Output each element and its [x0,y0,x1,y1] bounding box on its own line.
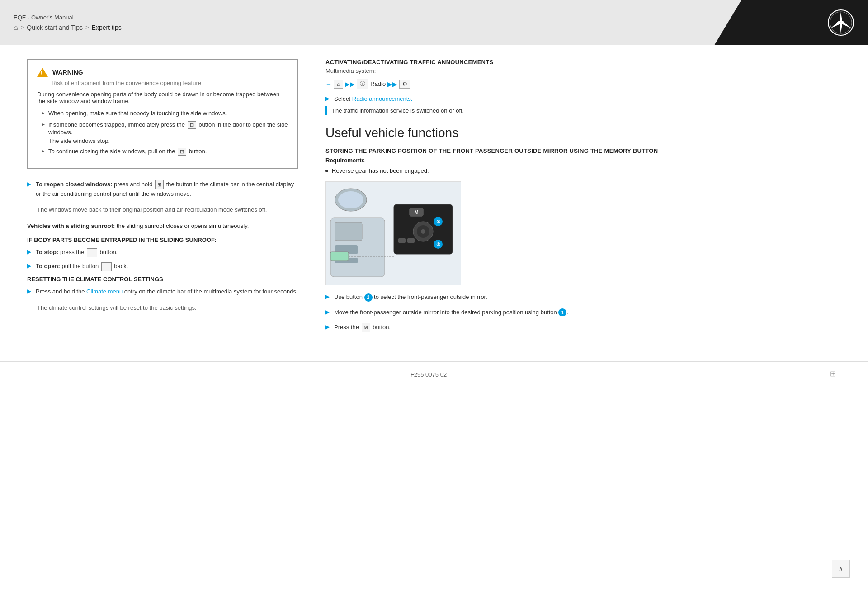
requirement-1: Reverse gear has not been engaged. [326,167,841,174]
nav-arrow-3-icon: ▶▶ [387,80,397,88]
open-button-icon: ≡≡ [101,262,112,272]
action-3: ▶ Press the M button. [326,323,841,332]
stop-arrow-icon: ▶ [27,249,31,255]
warning-header: WARNING [37,68,288,77]
action-2: ▶ Move the front-passenger outside mirro… [326,308,841,317]
traffic-section: ACTIVATING/DEACTIVATING TRAFFIC ANNOUNCE… [326,59,841,115]
svg-point-17 [421,229,425,234]
svg-text:⊞: ⊞ [830,370,836,378]
button-1-badge: 1 [558,308,566,316]
climate-section: ▶ Press and hold the Climate menu entry … [27,287,298,296]
svg-rect-26 [330,252,349,261]
svg-rect-19 [407,238,415,243]
action-1-text: Use button 2 to select the front-passeng… [334,293,487,302]
footer-code: F295 0075 02 [410,371,447,378]
mirror-diagram: M ① ② [326,181,461,285]
svg-text:②: ② [436,242,440,247]
open-item: ▶ To open: pull the button ≡≡ back. [27,262,298,271]
svg-marker-6 [831,21,841,28]
warning-item-2: If someone becomes trapped, immediately … [37,121,288,136]
footer-icon: ⊞ [830,369,841,380]
radio-announcements-link[interactable]: Radio announcements. [352,95,413,102]
stop-text: To stop: press the ≡≡ button. [36,248,118,257]
breadcrumb-link1[interactable]: Quick start and Tips [27,24,83,31]
parking-section-title: STORING THE PARKING POSITION OF THE FRON… [326,147,841,154]
action-1: ▶ Use button 2 to select the front-passe… [326,293,841,302]
window-button-icon-1: ⊡ [188,121,196,129]
traffic-note-item: The traffic information service is switc… [326,106,841,115]
breadcrumb-sep1: > [21,24,24,31]
warning-item-1: When opening, make sure that nobody is t… [37,110,288,117]
header-left: EQE - Owner's Manual ⌂ > Quick start and… [0,9,135,37]
warning-list-2: To continue closing the side windows, pu… [37,148,288,156]
select-arrow-icon: ▶ [326,95,330,102]
useful-functions-title: Useful vehicle functions [326,126,841,140]
home-icon[interactable]: ⌂ [14,24,18,32]
window-button-icon-2: ⊡ [178,148,186,156]
footer-logo-icon: ⊞ [830,369,841,378]
mirror-diagram-svg: M ① ② [326,182,461,285]
climate-arrow-icon: ▶ [27,288,31,294]
left-column: WARNING Risk of entrapment from the conv… [27,59,298,339]
warning-subtitle: Risk of entrapment from the convenience … [37,80,288,86]
action-items: ▶ Use button 2 to select the front-passe… [326,293,841,332]
stop-button-icon: ≡≡ [87,248,97,258]
sunroof-section: Vehicles with a sliding sunroof: the sli… [27,222,298,231]
svg-point-25 [338,191,363,208]
useful-functions-section: Useful vehicle functions STORING THE PAR… [326,126,841,332]
entrapped-heading: IF BODY PARTS BECOME ENTRAPPED IN THE SL… [27,236,298,243]
select-item: ▶ Select Radio announcements. [326,94,841,104]
blue-bar-indicator [326,106,327,115]
settings-icon: ⚙ [399,80,410,89]
traffic-note-text: The traffic information service is switc… [332,106,464,115]
radio-text: Radio [370,80,386,87]
reopen-section: ▶ To reopen closed windows: press and ho… [27,180,298,198]
button-2-badge: 2 [364,293,373,302]
action-1-arrow-icon: ▶ [326,293,330,300]
mercedes-logo [827,9,854,36]
warning-body: During convenience opening parts of the … [37,91,288,104]
warning-triangle-icon [37,68,48,77]
header: EQE - Owner's Manual ⌂ > Quick start and… [0,0,868,45]
home-menu-icon: ⌂ [334,80,343,89]
warning-title: WARNING [52,69,83,76]
select-text: Select Radio announcements. [334,94,412,104]
multimedia-icon-row: → ⌂ ▶▶ ⓘ Radio ▶▶ ⚙ [326,79,841,89]
bullet-icon [326,170,328,172]
warning-list: When opening, make sure that nobody is t… [37,110,288,136]
warning-box: WARNING Risk of entrapment from the conv… [27,59,298,169]
header-logo-area [714,0,868,45]
climate-button-icon: ⊞ [155,180,164,189]
breadcrumb-current: Expert tips [92,24,122,31]
svg-text:①: ① [436,219,440,224]
scroll-up-button[interactable]: ∧ [832,560,850,578]
open-arrow-icon: ▶ [27,263,31,269]
manual-title: EQE - Owner's Manual [14,14,122,21]
requirements-title: Requirements [326,157,841,164]
reopen-bold: To reopen closed windows: [36,181,113,188]
info-icon: ⓘ [357,79,368,89]
requirement-1-text: Reverse gear has not been engaged. [332,167,429,174]
stop-item: ▶ To stop: press the ≡≡ button. [27,248,298,257]
open-text: To open: pull the button ≡≡ back. [36,262,128,271]
traffic-title: ACTIVATING/DEACTIVATING TRAFFIC ANNOUNCE… [326,59,841,66]
climate-note: The climate control settings will be res… [37,303,298,312]
svg-marker-2 [840,12,842,23]
warning-item-3-text: To continue closing the side windows, pu… [48,148,207,156]
action-2-arrow-icon: ▶ [326,309,330,315]
action-3-arrow-icon: ▶ [326,324,330,330]
svg-rect-9 [335,222,362,241]
warning-item-3: To continue closing the side windows, pu… [37,148,288,156]
open-bold: To open: [36,263,60,269]
traffic-subtitle: Multimedia system: [326,67,841,74]
reopen-text: To reopen closed windows: press and hold… [36,180,298,198]
stop-bold: To stop: [36,249,58,255]
breadcrumb: ⌂ > Quick start and Tips > Expert tips [14,24,122,32]
breadcrumb-sep2: > [85,24,89,31]
svg-marker-3 [840,23,842,33]
climate-heading: RESETTING THE CLIMATE CONTROL SETTINGS [27,276,298,283]
reopen-note: The windows move back to their original … [37,205,298,214]
main-content: WARNING Risk of entrapment from the conv… [0,45,868,352]
climate-menu-link[interactable]: Climate menu [86,288,123,295]
right-column: ACTIVATING/DEACTIVATING TRAFFIC ANNOUNCE… [326,59,841,339]
